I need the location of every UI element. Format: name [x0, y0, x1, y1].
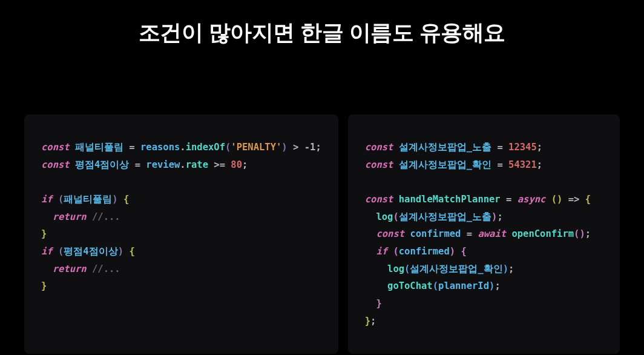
- keyword-if: if: [41, 246, 53, 257]
- paren-close: ): [118, 246, 123, 257]
- operator: =: [129, 159, 146, 170]
- paren-close: ): [112, 194, 117, 205]
- paren-open: (: [58, 246, 64, 257]
- object: review: [146, 159, 180, 170]
- call-parens: (): [574, 228, 585, 239]
- keyword-if: if: [376, 246, 387, 257]
- condition: 평점4점이상: [64, 246, 117, 257]
- operator: =: [461, 228, 478, 239]
- paren-close: ): [450, 246, 455, 257]
- condition: confirmed: [399, 246, 450, 257]
- keyword-const: const: [41, 142, 70, 153]
- brace-close: }: [376, 298, 381, 309]
- argument: 설계사정보팝업_노출: [399, 211, 491, 222]
- function-call: openConfirm: [511, 228, 574, 239]
- comment: //...: [87, 211, 120, 222]
- operator: >=: [208, 159, 231, 170]
- operator: =: [123, 142, 140, 153]
- variable: confirmed: [410, 228, 461, 239]
- function-call: log: [376, 211, 393, 222]
- paren-open: (: [393, 211, 398, 222]
- semicolon: ;: [537, 159, 542, 170]
- variable: 평점4점이상: [75, 159, 129, 170]
- semicolon: ;: [508, 264, 514, 274]
- operator: =: [491, 159, 508, 170]
- semicolon: ;: [370, 316, 376, 327]
- variable: 설계사정보팝업_확인: [399, 159, 491, 170]
- function-call: log: [387, 264, 404, 274]
- argument: 설계사정보팝업_확인: [410, 264, 502, 274]
- code-block-right: const 설계사정보팝업_노출 = 12345; const 설계사정보팝업_…: [365, 139, 603, 330]
- brace-open: {: [585, 194, 591, 205]
- paren-open: (: [404, 264, 410, 274]
- brace-open: {: [123, 194, 129, 205]
- number: 12345: [508, 142, 537, 153]
- condition: 패널티풀림: [64, 194, 112, 205]
- brace-open: {: [129, 246, 134, 257]
- dot: .: [180, 159, 185, 170]
- operator: =: [491, 142, 508, 153]
- code-panel-left: const 패널티풀림 = reasons.indexOf('PENALTY')…: [24, 114, 338, 354]
- object: reasons: [140, 142, 180, 153]
- paren-open: (: [58, 194, 64, 205]
- semicolon: ;: [585, 228, 591, 239]
- operator: =: [501, 194, 518, 205]
- brace-close: }: [41, 228, 47, 239]
- operator: >: [288, 142, 304, 153]
- keyword-return: return: [53, 211, 87, 222]
- number: 80: [231, 159, 242, 170]
- paren-close: ): [489, 280, 494, 291]
- keyword-const: const: [365, 159, 393, 170]
- keyword-return: return: [53, 264, 87, 274]
- keyword-const: const: [365, 142, 393, 153]
- paren-close: ): [503, 264, 508, 274]
- function-call: indexOf: [186, 142, 225, 153]
- number: 54321: [508, 159, 537, 170]
- variable: 설계사정보팝업_노출: [399, 142, 491, 153]
- semicolon: ;: [315, 142, 321, 153]
- property: rate: [186, 159, 208, 170]
- slide-title: 조건이 많아지면 한글 이름도 유용해요: [0, 18, 644, 48]
- code-panel-right: const 설계사정보팝업_노출 = 12345; const 설계사정보팝업_…: [348, 114, 620, 354]
- slide: 조건이 많아지면 한글 이름도 유용해요 const 패널티풀림 = reaso…: [0, 0, 644, 355]
- comment: //...: [87, 264, 120, 274]
- brace-close: }: [41, 280, 47, 291]
- semicolon: ;: [537, 142, 542, 153]
- paren-open: (: [225, 142, 231, 153]
- brace-close: }: [365, 316, 370, 327]
- keyword-if: if: [41, 194, 53, 205]
- function-name: handleMatchPlanner: [399, 194, 501, 205]
- keyword-await: await: [478, 228, 506, 239]
- function-call: goToChat: [387, 280, 433, 291]
- variable: 패널티풀림: [75, 142, 123, 153]
- code-panels: const 패널티풀림 = reasons.indexOf('PENALTY')…: [0, 114, 644, 354]
- paren-open: (: [433, 280, 438, 291]
- number: -1: [304, 142, 316, 153]
- brace-open: {: [461, 246, 466, 257]
- semicolon: ;: [497, 211, 502, 222]
- paren-close: ): [281, 142, 287, 153]
- code-block-left: const 패널티풀림 = reasons.indexOf('PENALTY')…: [41, 139, 321, 295]
- arrow: =>: [562, 194, 585, 205]
- semicolon: ;: [494, 280, 500, 291]
- arrow-params: (): [551, 194, 563, 205]
- paren-open: (: [393, 246, 398, 257]
- keyword-const: const: [365, 194, 393, 205]
- keyword-async: async: [518, 194, 546, 205]
- keyword-const: const: [41, 159, 70, 170]
- keyword-const: const: [376, 228, 404, 239]
- semicolon: ;: [242, 159, 248, 170]
- string-literal: 'PENALTY': [231, 142, 281, 153]
- dot: .: [180, 142, 185, 153]
- argument: plannerId: [438, 280, 489, 291]
